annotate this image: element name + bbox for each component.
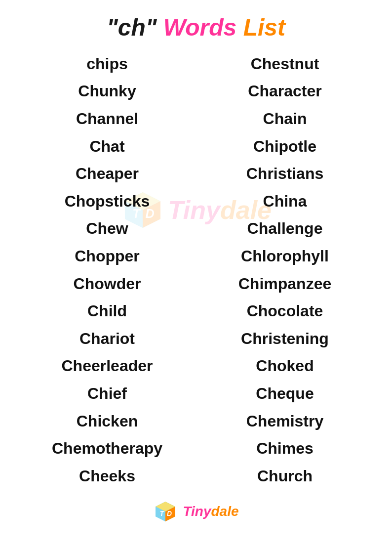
word-right-15: Church (196, 463, 374, 490)
word-right-6: Challenge (196, 215, 374, 242)
word-left-13: Chicken (18, 408, 196, 435)
word-right-2: Chain (196, 106, 374, 132)
title-words: Words (163, 14, 236, 41)
word-left-3: Chat (18, 133, 196, 160)
word-left-7: Chopper (18, 243, 196, 270)
word-right-4: Christians (196, 161, 374, 187)
word-left-5: Chopsticks (18, 188, 196, 215)
word-right-1: Character (196, 78, 374, 105)
word-left-2: Channel (18, 106, 196, 132)
word-right-3: Chipotle (196, 133, 374, 160)
page-title: "ch" Words List (107, 15, 285, 41)
svg-text:D: D (167, 510, 172, 517)
word-left-11: Cheerleader (18, 353, 196, 380)
word-right-14: Chimes (196, 435, 374, 462)
word-left-14: Chemotherapy (18, 435, 196, 462)
word-right-11: Choked (196, 353, 374, 380)
word-right-5: China (196, 188, 374, 215)
words-grid: chipsChestnutChunkyCharacterChannelChain… (18, 51, 374, 490)
title-list: List (243, 14, 285, 41)
title-ch: "ch" (107, 14, 157, 41)
word-right-7: Chlorophyll (196, 243, 374, 270)
footer-logo-icon: T D (153, 499, 178, 524)
word-right-0: Chestnut (196, 51, 374, 78)
word-left-10: Chariot (18, 326, 196, 352)
word-left-0: chips (18, 51, 196, 78)
word-left-8: Chowder (18, 271, 196, 298)
word-left-6: Chew (18, 215, 196, 242)
word-right-8: Chimpanzee (196, 271, 374, 298)
word-left-9: Child (18, 298, 196, 325)
word-right-12: Cheque (196, 381, 374, 407)
page-container: "ch" Words List T D Tinydale chipsChestn… (0, 0, 392, 555)
word-right-10: Christening (196, 326, 374, 352)
footer-tiny: Tiny (183, 504, 211, 519)
word-right-9: Chocolate (196, 298, 374, 325)
footer-brand: Tinydale (183, 504, 238, 519)
word-right-13: Chemistry (196, 408, 374, 435)
footer-dale: dale (211, 504, 239, 519)
word-left-4: Cheaper (18, 161, 196, 187)
footer: T D Tinydale (153, 499, 238, 524)
word-left-15: Cheeks (18, 463, 196, 490)
svg-text:T: T (160, 510, 165, 517)
word-left-12: Chief (18, 381, 196, 407)
word-left-1: Chunky (18, 78, 196, 105)
